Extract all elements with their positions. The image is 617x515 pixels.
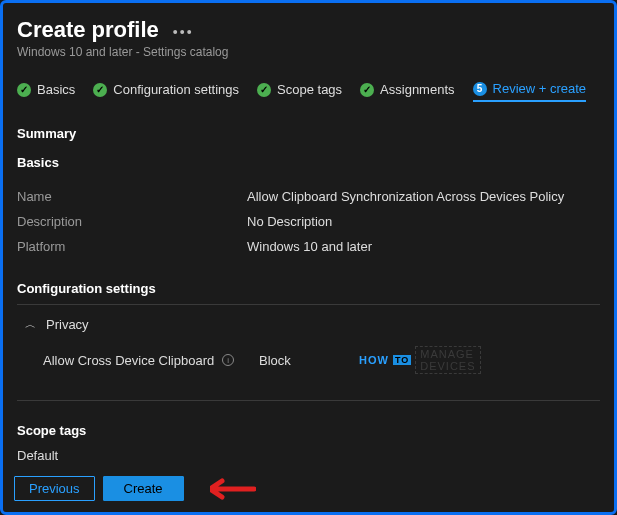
summary-row-platform: Platform Windows 10 and later — [17, 234, 600, 259]
value: No Description — [247, 214, 332, 229]
step-number-icon: 5 — [473, 82, 487, 96]
watermark: HOW TO MANAGEDEVICES — [359, 346, 481, 374]
chevron-up-icon: ︿ — [25, 317, 36, 332]
check-icon: ✓ — [93, 83, 107, 97]
tab-label: Review + create — [493, 81, 587, 96]
value: Windows 10 and later — [247, 239, 372, 254]
check-icon: ✓ — [360, 83, 374, 97]
basics-heading: Basics — [17, 155, 600, 170]
annotation-arrow-icon — [210, 477, 256, 501]
divider — [17, 400, 600, 401]
scope-tags-heading: Scope tags — [17, 423, 600, 438]
wizard-steps: ✓ Basics ✓ Configuration settings ✓ Scop… — [3, 65, 614, 106]
page-title: Create profile — [17, 17, 159, 43]
tab-label: Basics — [37, 82, 75, 97]
more-icon[interactable]: ••• — [173, 21, 194, 39]
check-icon: ✓ — [257, 83, 271, 97]
previous-button[interactable]: Previous — [14, 476, 95, 501]
summary-row-description: Description No Description — [17, 209, 600, 234]
check-icon: ✓ — [17, 83, 31, 97]
setting-value: Block — [259, 353, 359, 368]
label: Name — [17, 189, 247, 204]
summary-heading: Summary — [17, 126, 600, 141]
tab-label: Assignments — [380, 82, 454, 97]
privacy-group-toggle[interactable]: ︿ Privacy — [17, 305, 600, 346]
create-button[interactable]: Create — [103, 476, 184, 501]
tab-configuration-settings[interactable]: ✓ Configuration settings — [93, 82, 239, 97]
tab-basics[interactable]: ✓ Basics — [17, 82, 75, 97]
group-label: Privacy — [46, 317, 89, 332]
config-settings-heading: Configuration settings — [17, 281, 600, 296]
label: Description — [17, 214, 247, 229]
summary-row-name: Name Allow Clipboard Synchronization Acr… — [17, 184, 600, 209]
info-icon[interactable]: i — [222, 354, 234, 366]
tab-scope-tags[interactable]: ✓ Scope tags — [257, 82, 342, 97]
value: Allow Clipboard Synchronization Across D… — [247, 189, 564, 204]
setting-row-allow-cross-device-clipboard: Allow Cross Device Clipboard i Block HOW… — [17, 346, 600, 392]
page-subtitle: Windows 10 and later - Settings catalog — [17, 45, 600, 59]
tab-label: Configuration settings — [113, 82, 239, 97]
label: Platform — [17, 239, 247, 254]
setting-label: Allow Cross Device Clipboard — [43, 353, 214, 368]
scope-tag-value: Default — [17, 444, 600, 467]
tab-review-create[interactable]: 5 Review + create — [473, 81, 587, 102]
tab-label: Scope tags — [277, 82, 342, 97]
tab-assignments[interactable]: ✓ Assignments — [360, 82, 454, 97]
